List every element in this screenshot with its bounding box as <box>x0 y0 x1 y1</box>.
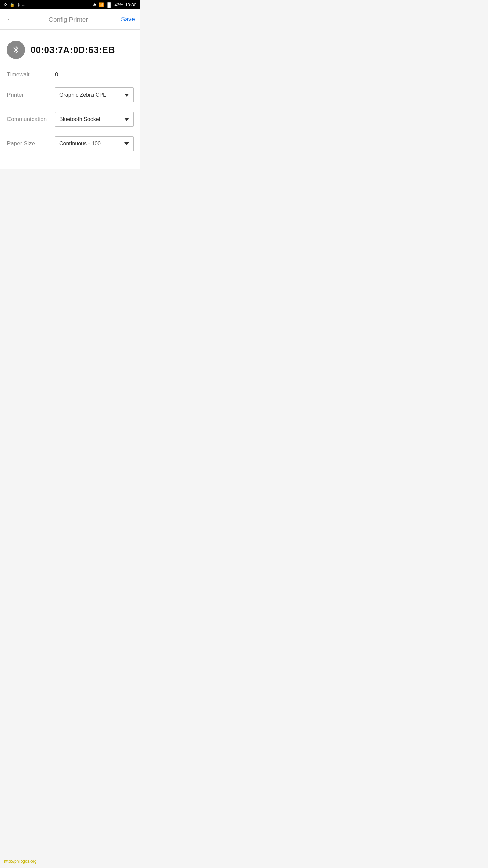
communication-label: Communication <box>7 116 51 123</box>
communication-dropdown-arrow <box>124 118 129 121</box>
status-right-icons: ✱ 📶 ▐▌ 43% 10:30 <box>93 2 136 7</box>
device-header: 00:03:7A:0D:63:EB <box>7 41 134 59</box>
wifi-status-icon: 📶 <box>99 2 104 7</box>
communication-dropdown-value: Bluetooth Socket <box>59 116 122 122</box>
printer-dropdown-value: Graphic Zebra CPL <box>59 92 122 98</box>
paper-size-label: Paper Size <box>7 140 51 147</box>
circle-icon: ◎ <box>17 2 20 7</box>
paper-size-dropdown[interactable]: Continuous - 100 <box>55 136 134 151</box>
page-title: Config Printer <box>16 16 121 23</box>
paper-size-row: Paper Size Continuous - 100 <box>7 136 134 151</box>
time-display: 10:30 <box>125 2 136 7</box>
timewait-value: 0 <box>55 71 58 78</box>
bluetooth-icon <box>12 45 20 54</box>
save-button[interactable]: Save <box>121 16 135 23</box>
signal-status-icon: ▐▌ <box>106 2 112 7</box>
battery-status: 43% <box>114 2 123 7</box>
bluetooth-icon-circle <box>7 41 25 59</box>
timewait-label: Timewait <box>7 71 51 78</box>
status-bar: ⟳ 🔒 ◎ ... ✱ 📶 ▐▌ 43% 10:30 <box>0 0 140 9</box>
printer-row: Printer Graphic Zebra CPL <box>7 87 134 102</box>
timewait-row: Timewait 0 <box>7 71 134 78</box>
more-icon: ... <box>22 2 25 7</box>
printer-dropdown[interactable]: Graphic Zebra CPL <box>55 87 134 102</box>
status-left-icons: ⟳ 🔒 ◎ ... <box>4 2 25 7</box>
mac-address: 00:03:7A:0D:63:EB <box>30 45 115 55</box>
lock-icon: 🔒 <box>9 2 15 7</box>
app-bar: ← Config Printer Save <box>0 9 140 30</box>
sync-icon: ⟳ <box>4 2 7 7</box>
content-area: 00:03:7A:0D:63:EB Timewait 0 Printer Gra… <box>0 30 140 169</box>
paper-size-dropdown-value: Continuous - 100 <box>59 141 122 147</box>
communication-row: Communication Bluetooth Socket <box>7 112 134 127</box>
paper-size-dropdown-arrow <box>124 142 129 145</box>
back-button[interactable]: ← <box>5 14 16 25</box>
communication-dropdown[interactable]: Bluetooth Socket <box>55 112 134 127</box>
printer-label: Printer <box>7 92 51 98</box>
printer-dropdown-arrow <box>124 94 129 97</box>
bluetooth-status-icon: ✱ <box>93 2 97 7</box>
